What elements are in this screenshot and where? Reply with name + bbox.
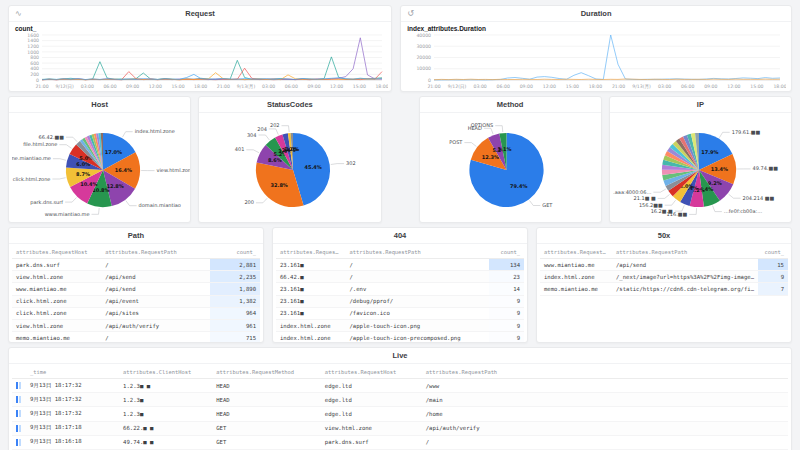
statuscodes-pie-chart[interactable]: 45.4%30232.8%2008.6%4015.2%3043.4%2042.4… (202, 115, 380, 221)
cell: 49.74.■ ■ (119, 435, 212, 449)
table-row[interactable]: click.html.zone/api/event1,382 (12, 295, 260, 307)
cell: memo.miantiao.me (12, 332, 101, 342)
table-row[interactable]: 9月13日 18:17:321.2.3■HEADedge.ltd/main (12, 393, 788, 407)
column-header[interactable]: attributes.RequestHost (276, 246, 345, 259)
table-row[interactable]: 9月13日 18:16:1849.74.■ ■GETpark.dns.surf/ (12, 435, 788, 449)
svg-text:03:00: 03:00 (474, 84, 487, 89)
svg-text:179.61.■■: 179.61.■■ (731, 129, 760, 135)
svg-text:GET: GET (542, 202, 553, 208)
cell: HEAD (212, 393, 321, 407)
column-header[interactable]: count_ (489, 246, 524, 259)
table-row[interactable]: 23.161■/.env14 (276, 283, 524, 295)
pie-charts-row: Host 17.0%index.html.zone16.4%view.html.… (8, 96, 792, 223)
column-header[interactable]: attributes.RequestPath (345, 246, 489, 259)
svg-text:20000: 20000 (417, 55, 432, 60)
cell: 23 (489, 271, 524, 283)
cell: 23.161■ (276, 283, 345, 295)
expand-row-icon[interactable] (16, 410, 18, 417)
cell: www.miantiao.me (12, 283, 101, 295)
column-header[interactable]: attributes.RequestHost (321, 366, 422, 379)
request-line-chart[interactable]: 0200400600800100012001400160021:009/12(日… (12, 32, 388, 90)
table-row[interactable]: index.html.zone/_next/image?url=https%3A… (540, 271, 788, 283)
expand-row-icon[interactable] (16, 439, 18, 446)
svg-text:www.miantiao.me: www.miantiao.me (45, 211, 90, 217)
host-pie-chart[interactable]: 17.0%index.html.zone16.4%view.html.zone1… (12, 115, 190, 221)
svg-text:17.9%: 17.9% (701, 149, 718, 155)
history-icon[interactable]: ↺ (407, 8, 414, 20)
cell: 66.22.■ ■ (119, 421, 212, 435)
cell: click.html.zone (12, 295, 101, 307)
svg-text:click.html.zone: click.html.zone (13, 176, 51, 182)
panel-title: Duration (581, 9, 612, 18)
svg-text:21:00: 21:00 (35, 84, 48, 89)
cell: /.env (345, 283, 489, 295)
svg-text:12:00: 12:00 (330, 84, 343, 89)
request-chart-area: count_ 0200400600800100012001400160021:0… (9, 22, 391, 91)
cell: GET (212, 421, 321, 435)
table-row[interactable]: index.html.zone/apple-touch-icon.png9 (276, 319, 524, 331)
table-row[interactable]: 23.161■/favicon.ico9 (276, 307, 524, 319)
table-row[interactable]: view.html.zone/api/send2,235 (12, 271, 260, 283)
expand-row-icon[interactable] (16, 425, 18, 432)
cell: 9 (758, 271, 788, 283)
expand-row-icon[interactable] (16, 382, 18, 389)
svg-text:9/13(月): 9/13(月) (237, 84, 256, 90)
ip-pie-chart[interactable]: 17.9%179.61.■■13.4%49.74.■■9.2%204.214 ■… (613, 115, 785, 221)
svg-text:21.1■ ■: 21.1■ ■ (633, 195, 655, 201)
column-header[interactable]: attributes.RequestPath (422, 366, 788, 379)
path-panel: Path attributes.RequestHostattributes.Re… (8, 227, 264, 343)
method-pie-chart[interactable]: 79.4%GET12.3%POST5.2%HEAD3.1%OPTIONS (423, 115, 590, 221)
table-header-row: _timeattributes.ClientHostattributes.Req… (12, 366, 788, 379)
column-header[interactable]: attributes.ClientHost (119, 366, 212, 379)
table-row[interactable]: view.html.zone/api/auth/verify961 (12, 319, 260, 331)
table-row[interactable]: park.dns.surf/2,881 (12, 259, 260, 271)
table-row[interactable]: 23.161■/debug/pprof/9 (276, 295, 524, 307)
column-header[interactable]: count_ (758, 246, 788, 259)
column-header[interactable]: attributes.RequestHost (12, 246, 101, 259)
table-header-row: attributes.RequestHostattributes.Request… (276, 246, 524, 259)
table-row[interactable]: 66.42.■/23 (276, 271, 524, 283)
sparkline-icon[interactable]: ∿ (15, 8, 22, 20)
duration-line-chart[interactable]: 01000020000300004000021:009/12(日)03:0006… (404, 32, 786, 90)
cell: index.html.zone (540, 271, 612, 283)
table-header-row: attributes.RequestHostattributes.Request… (12, 246, 260, 259)
column-header[interactable]: attributes.RequestHost (540, 246, 612, 259)
cell: click.html.zone (12, 307, 101, 319)
table-row[interactable]: 9月13日 18:17:321.2.3■ ■HEADedge.ltd/www (12, 379, 788, 393)
svg-text:204.214 ■■: 204.214 ■■ (742, 195, 774, 201)
table-row[interactable]: www.miantiao.me/api/send15 (540, 259, 788, 271)
notfound-table: attributes.RequestHostattributes.Request… (276, 246, 524, 342)
column-header[interactable]: attributes.RequestPath (101, 246, 210, 259)
live-panel-header: Live (9, 348, 791, 364)
cell: index.html.zone (276, 332, 345, 342)
table-row[interactable]: 9月13日 18:17:1866.22.■ ■GETview.html.zone… (12, 421, 788, 435)
cell: 23.161■ (276, 307, 345, 319)
cell: /api/event (101, 295, 210, 307)
cell: 14 (489, 283, 524, 295)
table-row[interactable]: click.html.zone/api/sites964 (12, 307, 260, 319)
column-header[interactable]: attributes.RequestPath (612, 246, 758, 259)
svg-text:03:00: 03:00 (81, 84, 94, 89)
statuscodes-panel-header: StatusCodes (199, 97, 380, 113)
table-row[interactable]: memo.miantiao.me/715 (12, 332, 260, 342)
svg-text:…aaa:4000:06…: …aaa:4000:06… (613, 189, 651, 195)
table-row[interactable]: memo.miantiao.me/static/https://cdn6.cdn… (540, 283, 788, 295)
cell: 15 (758, 259, 788, 271)
expand-row-icon[interactable] (16, 396, 18, 403)
cell: /debug/pprof/ (345, 295, 489, 307)
cell: /apple-touch-icon.png (345, 319, 489, 331)
table-row[interactable]: index.html.zone/apple-touch-icon-precomp… (276, 332, 524, 342)
column-header[interactable]: _time (26, 366, 119, 379)
svg-text:10.8%: 10.8% (92, 187, 109, 193)
table-row[interactable]: www.miantiao.me/api/send1,890 (12, 283, 260, 295)
column-header[interactable]: attributes.RequestMethod (212, 366, 321, 379)
column-header[interactable]: count_ (210, 246, 260, 259)
host-panel: Host 17.0%index.html.zone16.4%view.html.… (8, 96, 191, 223)
table-row[interactable]: 9月13日 18:17:321.2.3■HEADedge.ltd/home (12, 407, 788, 421)
cell: /apple-touch-icon-precomposed.png (345, 332, 489, 342)
svg-text:OPTIONS: OPTIONS (470, 122, 492, 128)
cell: edge.ltd (321, 379, 422, 393)
panel-title: 50x (658, 231, 671, 240)
cell: HEAD (212, 407, 321, 421)
table-row[interactable]: 23.161■/134 (276, 259, 524, 271)
